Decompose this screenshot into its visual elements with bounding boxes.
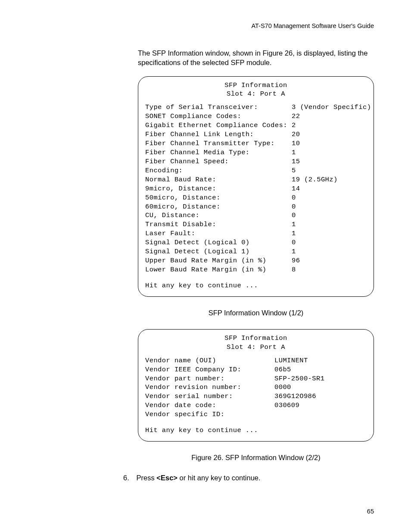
row-label: Signal Detect (Logical 1) (145, 247, 292, 256)
table-row: Vendor serial number:369G12O986 (145, 392, 367, 401)
table-row: Normal Baud Rate:19 (2.5GHz) (145, 175, 367, 184)
table-row: SONET Compliance Codes:22 (145, 112, 367, 121)
sfp-info-window-2: SFP Information Slot 4: Port A Vendor na… (138, 329, 374, 442)
sfp-info-window-1: SFP Information Slot 4: Port A Type of S… (138, 76, 374, 297)
table-row: Vendor name (OUI)LUMINENT (145, 356, 367, 365)
table-row: Vendor part number:SFP-2500-SR1 (145, 374, 367, 383)
window1-footer: Hit any key to continue ... (145, 281, 367, 290)
row-label: Vendor specific ID: (145, 410, 274, 419)
row-value: 19 (2.5GHz) (292, 175, 338, 184)
window2-subtitle: Slot 4: Port A (145, 343, 367, 352)
row-label: 60micro, Distance: (145, 202, 292, 212)
row-label: Vendor date code: (145, 401, 274, 410)
row-value: 5 (292, 166, 296, 175)
window2-footer: Hit any key to continue ... (145, 426, 367, 435)
row-label: Type of Serial Transceiver: (145, 103, 292, 112)
table-row: Laser Fault:1 (145, 229, 367, 238)
row-value: 0 (292, 193, 296, 202)
row-value: 0 (292, 202, 296, 212)
caption-1: SFP Information Window (1/2) (138, 309, 374, 317)
window2-title: SFP Information (145, 334, 367, 343)
row-value: 030609 (274, 401, 299, 410)
row-value: 20 (292, 130, 300, 139)
table-row: 60micro, Distance:0 (145, 202, 367, 212)
step-number: 6. (123, 474, 134, 482)
row-label: Fiber Channel Media Type: (145, 148, 292, 157)
table-row: Vendor revision number:0000 (145, 383, 367, 392)
figure-caption: Figure 26. SFP Information Window (2/2) (138, 454, 374, 462)
table-row: 9micro, Distance:14 (145, 184, 367, 193)
table-row: Vendor IEEE Company ID:06b5 (145, 365, 367, 374)
step-6: 6. Press <Esc> or hit any key to continu… (123, 474, 374, 482)
row-label: Vendor serial number: (145, 392, 274, 401)
row-value: 369G12O986 (274, 392, 316, 401)
row-label: Upper Baud Rate Margin (in %) (145, 256, 292, 265)
table-row: Signal Detect (Logical 1)1 (145, 247, 367, 256)
page: AT-S70 Management Software User's Guide … (0, 0, 411, 532)
row-value: 1 (292, 247, 296, 256)
table-row: Fiber Channel Transmitter Type:10 (145, 139, 367, 148)
row-label: Fiber Channel Link Length: (145, 130, 292, 139)
table-row: Gigabit Ethernet Compliance Codes:2 (145, 121, 367, 130)
row-value: 3 (Vendor Specific) (292, 103, 371, 112)
table-row: Vendor specific ID: (145, 410, 367, 419)
table-row: Type of Serial Transceiver:3 (Vendor Spe… (145, 103, 367, 112)
row-value: 14 (292, 184, 300, 193)
row-label: Transmit Disable: (145, 220, 292, 229)
table-row: Lower Baud Rate Margin (in %)8 (145, 265, 367, 274)
row-value: SFP-2500-SR1 (274, 374, 324, 383)
row-value: 15 (292, 157, 300, 166)
row-label: CU, Distance: (145, 211, 292, 220)
intro-paragraph: The SFP Information window, shown in Fig… (138, 48, 374, 68)
table-row: Fiber Channel Link Length:20 (145, 130, 367, 139)
row-label: Laser Fault: (145, 229, 292, 238)
row-label: Fiber Channel Transmitter Type: (145, 139, 292, 148)
table-row: Fiber Channel Speed:15 (145, 157, 367, 166)
row-label: Gigabit Ethernet Compliance Codes: (145, 121, 292, 130)
row-value: 1 (292, 148, 296, 157)
row-value: 0 (292, 238, 296, 247)
page-number: 65 (367, 508, 374, 515)
row-value: 1 (292, 229, 296, 238)
row-value: 2 (292, 121, 296, 130)
table-row: Vendor date code:030609 (145, 401, 367, 410)
row-label: Vendor IEEE Company ID: (145, 365, 274, 374)
step-text-after: or hit any key to continue. (177, 474, 261, 482)
row-label: Normal Baud Rate: (145, 175, 292, 184)
row-label: SONET Compliance Codes: (145, 112, 292, 121)
row-label: Signal Detect (Logical 0) (145, 238, 292, 247)
table-row: Encoding:5 (145, 166, 367, 175)
row-value: 10 (292, 139, 300, 148)
row-label: Fiber Channel Speed: (145, 157, 292, 166)
window1-subtitle: Slot 4: Port A (145, 90, 367, 99)
step-text-before: Press (137, 474, 157, 482)
table-row: 50micro, Distance:0 (145, 193, 367, 202)
row-value: 22 (292, 112, 300, 121)
step-key: <Esc> (156, 474, 177, 482)
row-value: 0000 (274, 383, 291, 392)
window1-title: SFP Information (145, 81, 367, 90)
row-value: 0 (292, 211, 296, 220)
table-row: CU, Distance:0 (145, 211, 367, 220)
row-value: LUMINENT (274, 356, 308, 365)
row-value: 1 (292, 220, 296, 229)
table-row: Fiber Channel Media Type:1 (145, 148, 367, 157)
row-value: 96 (292, 256, 300, 265)
row-label: 50micro, Distance: (145, 193, 292, 202)
row-label: 9micro, Distance: (145, 184, 292, 193)
row-label: Lower Baud Rate Margin (in %) (145, 265, 292, 274)
running-head: AT-S70 Management Software User's Guide (37, 22, 374, 29)
row-label: Vendor part number: (145, 374, 274, 383)
row-label: Encoding: (145, 166, 292, 175)
table-row: Transmit Disable:1 (145, 220, 367, 229)
row-value: 8 (292, 265, 296, 274)
table-row: Upper Baud Rate Margin (in %)96 (145, 256, 367, 265)
row-label: Vendor revision number: (145, 383, 274, 392)
row-label: Vendor name (OUI) (145, 356, 274, 365)
table-row: Signal Detect (Logical 0)0 (145, 238, 367, 247)
row-value: 06b5 (274, 365, 291, 374)
